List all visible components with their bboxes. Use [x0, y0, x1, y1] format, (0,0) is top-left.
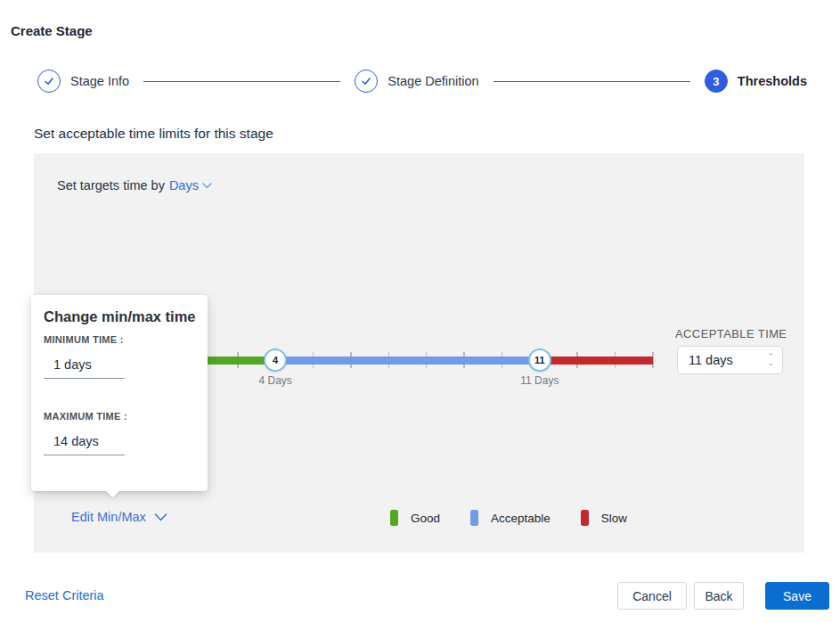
legend-label: Good: [411, 512, 440, 525]
acceptable-time-value: 11 days: [678, 353, 767, 367]
slider-legend: Good Acceptable Slow: [390, 510, 657, 526]
target-prefix-text: Set targets time by: [57, 178, 165, 193]
target-time-row: Set targets time by Days: [57, 178, 212, 193]
maximum-time-input[interactable]: 14 days: [53, 434, 99, 448]
legend-label: Slow: [601, 512, 627, 525]
create-stage-dialog: Create Stage Stage Info Stage Definition…: [0, 0, 840, 623]
reset-criteria-link[interactable]: Reset Criteria: [25, 588, 104, 603]
back-button[interactable]: Back: [694, 582, 744, 610]
slider-handle[interactable]: 11: [528, 348, 551, 372]
slow-swatch: [581, 510, 589, 526]
slider-track[interactable]: [162, 357, 653, 365]
number-spinner: ⌃ ⌄: [767, 354, 782, 366]
target-unit-dropdown[interactable]: Days: [169, 178, 212, 193]
maximum-time-label: MAXIMUM TIME :: [44, 411, 127, 422]
legend-item-slow: Slow: [581, 510, 627, 526]
acceptable-time-input[interactable]: 11 days ⌃ ⌄: [677, 346, 783, 374]
step-complete-icon: [37, 70, 61, 93]
input-underline: [44, 455, 125, 455]
legend-item-good: Good: [390, 510, 440, 526]
minimum-time-input[interactable]: 1 days: [53, 357, 92, 372]
step-thresholds[interactable]: 3 Thresholds: [705, 70, 807, 93]
minimum-time-label: MINIMUM TIME :: [44, 334, 124, 345]
segment-slow: [540, 357, 653, 365]
popover-title: Change min/max time: [44, 308, 196, 325]
edit-minmax-label: Edit Min/Max: [71, 510, 146, 524]
page-title: Create Stage: [11, 23, 93, 38]
time-range-slider: 44 Days1111 Days: [162, 348, 653, 410]
edit-minmax-toggle[interactable]: Edit Min/Max: [71, 510, 167, 524]
step-label: Stage Definition: [387, 74, 478, 88]
wizard-stepper: Stage Info Stage Definition 3 Thresholds: [37, 69, 807, 94]
chevron-down-icon: [154, 513, 167, 521]
acceptable-time-label: ACCEPTABLE TIME: [675, 327, 787, 340]
legend-label: Acceptable: [491, 512, 550, 525]
change-minmax-popover: Change min/max time MINIMUM TIME : 1 day…: [31, 295, 208, 491]
step-number-badge: 3: [705, 70, 728, 93]
save-button[interactable]: Save: [765, 582, 829, 610]
step-stage-info[interactable]: Stage Info: [37, 70, 129, 93]
step-complete-icon: [355, 70, 378, 93]
handle-day-label: 4 Days: [244, 374, 306, 387]
spinner-down-icon[interactable]: ⌄: [767, 360, 774, 366]
stepper-connector: [493, 81, 690, 82]
handle-day-label: 11 Days: [509, 374, 571, 387]
stepper-connector: [143, 81, 340, 82]
step-stage-definition[interactable]: Stage Definition: [355, 70, 478, 93]
target-unit-value: Days: [169, 178, 199, 193]
step-label: Thresholds: [738, 74, 807, 88]
cancel-button[interactable]: Cancel: [617, 582, 687, 610]
chevron-down-icon: [202, 183, 212, 189]
segment-acceptable: [275, 357, 540, 365]
section-heading: Set acceptable time limits for this stag…: [34, 126, 273, 142]
legend-item-acceptable: Acceptable: [470, 510, 550, 526]
good-swatch: [390, 510, 398, 526]
input-underline: [44, 378, 125, 379]
slider-handle[interactable]: 4: [264, 348, 287, 372]
step-label: Stage Info: [70, 74, 129, 88]
acceptable-swatch: [470, 510, 478, 526]
